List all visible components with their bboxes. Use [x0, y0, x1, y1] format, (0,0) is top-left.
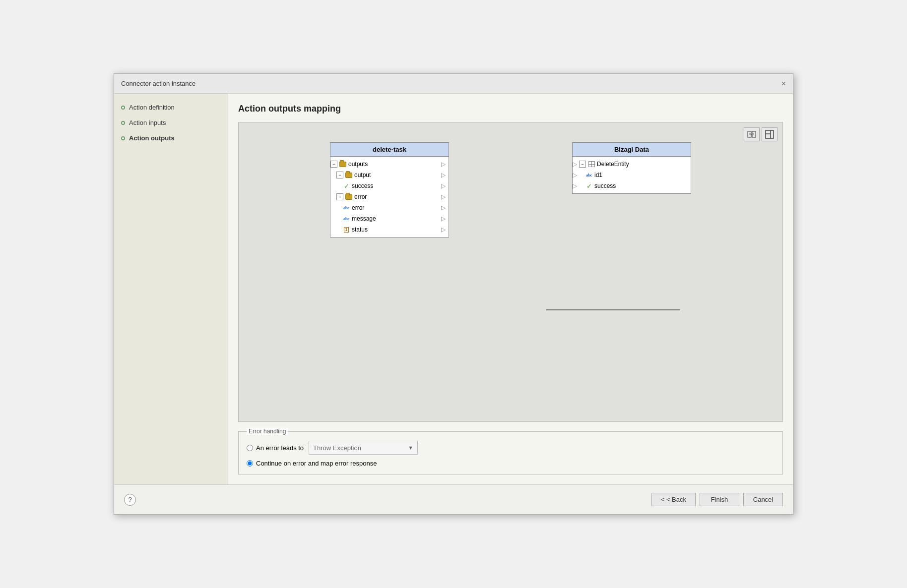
- throw-dropdown[interactable]: Throw Exception ▼: [309, 441, 418, 455]
- sidebar-bullet-3: [121, 136, 125, 140]
- expand-icon[interactable]: −: [330, 161, 337, 168]
- table-icon: [587, 161, 595, 168]
- dialog-title: Connector action instance: [121, 80, 195, 87]
- connector-svg: [239, 122, 782, 421]
- finish-button[interactable]: Finish: [700, 493, 739, 506]
- arrow-right-icon: ▷: [441, 226, 446, 233]
- page-title: Action outputs mapping: [238, 104, 783, 114]
- check-icon: ✓: [585, 182, 593, 189]
- arrow-right-icon: ▷: [441, 193, 446, 200]
- num-icon: 1: [342, 226, 350, 233]
- error-handling-legend: Error handling: [247, 428, 288, 435]
- node-label: id1: [594, 172, 688, 178]
- radio2-label[interactable]: Continue on error and map error response: [247, 460, 377, 467]
- throw-dropdown-text: Throw Exception: [313, 444, 408, 452]
- mapping-area: delete-task − outputs ▷: [238, 122, 783, 422]
- arrow-right-icon: ▷: [441, 172, 446, 178]
- footer-right: < < Back Finish Cancel: [651, 493, 783, 506]
- bizagi-data-header: Bizagi Data: [573, 143, 691, 157]
- expand-icon[interactable]: −: [579, 161, 586, 168]
- footer: ? < < Back Finish Cancel: [114, 484, 793, 514]
- tree-row: ▷ − DeleteEntity: [573, 159, 691, 170]
- arrow-right-icon: ▷: [441, 161, 446, 168]
- help-button[interactable]: ?: [124, 494, 136, 506]
- sidebar-item-action-inputs[interactable]: Action inputs: [121, 119, 221, 126]
- diagram-canvas: delete-task − outputs ▷: [239, 122, 782, 421]
- folder-icon: [345, 172, 353, 178]
- tree-row: − output ▷: [330, 170, 449, 180]
- folder-icon: [345, 193, 353, 200]
- arrow-left-icon: ▷: [573, 172, 577, 178]
- radio1-text: An error leads to: [256, 444, 304, 452]
- error-row-1: An error leads to Throw Exception ▼: [247, 441, 775, 455]
- connector-action-dialog: Connector action instance × Action defin…: [114, 73, 793, 515]
- tree-row: ▷ abc id1: [573, 170, 691, 180]
- tree-row: 1 status ▷: [330, 224, 449, 235]
- dropdown-arrow-icon: ▼: [408, 445, 413, 451]
- node-label: success: [352, 182, 441, 189]
- node-label: DeleteEntity: [597, 161, 688, 168]
- sidebar-item-action-definition[interactable]: Action definition: [121, 104, 221, 111]
- delete-task-body: − outputs ▷ − output ▷: [330, 157, 449, 237]
- close-button[interactable]: ×: [781, 80, 786, 88]
- node-label: error: [354, 193, 441, 200]
- arrow-right-icon: ▷: [441, 182, 446, 189]
- expand-icon[interactable]: −: [336, 193, 343, 200]
- arrow-right-icon: ▷: [441, 204, 446, 211]
- abc-icon: abc: [342, 204, 350, 211]
- sidebar-label-3: Action outputs: [129, 134, 175, 142]
- dialog-body: Action definition Action inputs Action o…: [114, 94, 793, 484]
- expand-icon[interactable]: −: [336, 172, 343, 178]
- check-icon: ✓: [342, 182, 350, 189]
- back-button[interactable]: < < Back: [651, 493, 696, 506]
- title-bar: Connector action instance ×: [114, 74, 793, 94]
- node-label: error: [352, 204, 441, 211]
- radio1-label[interactable]: An error leads to: [247, 444, 304, 452]
- abc-icon: abc: [342, 215, 350, 222]
- folder-icon: [339, 161, 347, 168]
- tree-row: abc error ▷: [330, 202, 449, 213]
- bizagi-data-body: ▷ − DeleteEntity ▷ ab: [573, 157, 691, 193]
- arrow-left-icon: ▷: [573, 161, 577, 168]
- sidebar-bullet-1: [121, 106, 125, 110]
- bizagi-data-box: Bizagi Data ▷ − DeleteEntity: [572, 142, 691, 194]
- node-label: output: [354, 172, 441, 178]
- sidebar: Action definition Action inputs Action o…: [114, 94, 228, 484]
- arrow-left-icon: ▷: [573, 182, 577, 189]
- main-content: Action outputs mapping: [228, 94, 793, 484]
- sidebar-item-action-outputs[interactable]: Action outputs: [121, 134, 221, 142]
- footer-left: ?: [124, 494, 136, 506]
- delete-task-header: delete-task: [330, 143, 449, 157]
- cancel-button[interactable]: Cancel: [743, 493, 783, 506]
- error-row-2: Continue on error and map error response: [247, 460, 775, 467]
- tree-row: abc message ▷: [330, 213, 449, 224]
- node-label: success: [594, 182, 688, 189]
- delete-task-box: delete-task − outputs ▷: [330, 142, 449, 237]
- tree-row: − error ▷: [330, 191, 449, 202]
- node-label: status: [352, 226, 441, 233]
- error-handling-fieldset: Error handling An error leads to Throw E…: [238, 428, 783, 474]
- tree-row: − outputs ▷: [330, 159, 449, 170]
- tree-row: ✓ success ▷: [330, 180, 449, 191]
- node-label: message: [352, 215, 441, 222]
- sidebar-label-2: Action inputs: [129, 119, 166, 126]
- radio2-text: Continue on error and map error response: [256, 460, 377, 467]
- sidebar-label-1: Action definition: [129, 104, 175, 111]
- arrow-right-icon: ▷: [441, 215, 446, 222]
- radio2-input[interactable]: [247, 460, 253, 467]
- abc-icon: abc: [585, 172, 593, 178]
- node-label: outputs: [348, 161, 441, 168]
- error-handling-section: Error handling An error leads to Throw E…: [238, 428, 783, 474]
- radio1-input[interactable]: [247, 445, 253, 451]
- tree-row: ▷ ✓ success: [573, 180, 691, 191]
- sidebar-bullet-2: [121, 121, 125, 125]
